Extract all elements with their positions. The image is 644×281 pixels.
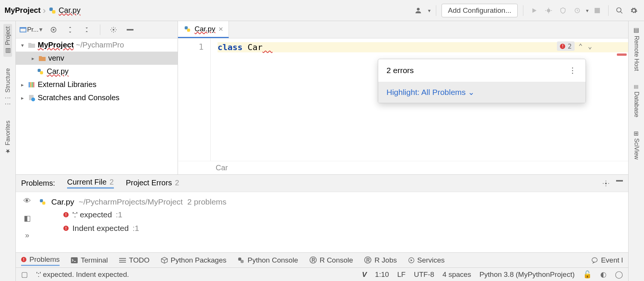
lock-icon[interactable]: 🔓 [583,270,592,279]
svg-rect-0 [49,8,53,11]
project-view-label: Pr... [27,26,38,34]
close-icon[interactable]: ✕ [218,26,223,33]
problem-item[interactable]: ! Indent expected :1 [38,221,628,235]
tree-venv[interactable]: ▸ venv [16,52,178,65]
error-stripe[interactable] [617,53,627,56]
inspection-popup: 2 errors ⋮ Highlight: All Problems ⌄ [378,59,586,103]
stop-icon[interactable] [592,5,603,16]
folder-icon: ▥ [4,47,11,55]
terminal-tool-tab[interactable]: Terminal [71,256,108,264]
project-tree[interactable]: ▾ MyProject ~/PycharmPro ▸ venv Car.py [16,38,178,174]
svg-rect-32 [241,260,244,263]
svg-point-2 [417,8,420,10]
error-count-pill[interactable]: !2 [557,41,575,51]
gear-icon[interactable] [628,5,639,16]
breadcrumb[interactable]: MyProject › Car.py [5,5,80,16]
chevron-right-icon[interactable]: ▸ [19,82,26,88]
vim-icon[interactable]: V [362,270,367,279]
r-console-tool-tab[interactable]: ⓇR Console [310,255,353,265]
debug-icon[interactable] [543,5,554,16]
tab-current-file[interactable]: Current File2 [67,178,114,189]
svg-point-10 [53,29,54,30]
svg-point-11 [113,29,115,31]
database-tool-tab[interactable]: ≣Database [632,82,641,120]
editor-breadcrumb[interactable]: Car [178,161,628,174]
code-area[interactable]: class Car !2 ⌃ ⌄ 2 errors ⋮ [210,38,628,161]
tree-scratches[interactable]: ▸ Scratches and Consoles [16,91,178,104]
svg-rect-28 [119,258,126,259]
play-circle-icon [408,257,414,263]
todo-tool-tab[interactable]: TODO [119,256,150,264]
problems-list[interactable]: Car.py ~/PycharmProjects/MyProject 2 pro… [38,192,628,252]
chevron-down-icon[interactable]: ▾ [428,8,431,14]
chevron-down-icon[interactable]: ▾ [586,8,589,14]
tab-project-errors[interactable]: Project Errors2 [126,179,179,188]
indent-setting[interactable]: 4 spaces [443,270,471,279]
problems-tool-tab[interactable]: !Problems [21,255,60,266]
svg-rect-31 [238,257,241,260]
layout-icon[interactable]: ◧ [24,214,31,223]
sciview-tool-tab[interactable]: ⊞SciView [632,129,641,162]
editor-area: Car.py ✕ 1 class Car !2 ⌃ [178,21,628,174]
error-marker [262,43,273,52]
project-tool-tab[interactable]: ▥Project [3,24,12,57]
expand-icon[interactable]: » [25,231,29,240]
next-error-icon[interactable]: ⌄ [586,42,593,50]
profile-icon[interactable] [572,5,583,16]
chevron-down-icon[interactable]: ▾ [19,42,26,48]
coverage-icon[interactable] [557,5,569,16]
favorites-tool-tab[interactable]: ★Favorites [3,118,12,157]
gutter: 1 [178,38,210,161]
collapse-all-icon[interactable] [81,24,92,35]
hide-icon[interactable] [124,24,136,35]
right-tool-strip: ▤Remote Host ≣Database ⊞SciView [628,21,644,281]
gear-icon[interactable] [108,24,119,35]
tree-external-libraries[interactable]: ▸ External Libraries [16,78,178,91]
hide-icon[interactable] [616,180,623,187]
users-icon[interactable] [414,5,425,16]
eye-icon[interactable]: 👁 [23,197,31,205]
library-icon [28,81,35,88]
line-separator[interactable]: LF [397,270,406,279]
search-icon[interactable] [614,5,625,16]
chevron-right-icon[interactable]: ▸ [29,55,36,61]
inspection-profile-icon[interactable]: ◐ [600,270,607,279]
crumb-item[interactable]: Car [216,163,228,172]
add-configuration-button[interactable]: Add Configuration... [442,4,518,17]
tool-windows-icon[interactable]: ▢ [21,270,28,279]
event-log-tool-tab[interactable]: Event l [591,256,623,264]
editor-body[interactable]: 1 class Car !2 ⌃ ⌄ [178,38,628,161]
problem-item[interactable]: ! ':' expected :1 [38,208,628,221]
highlight-dropdown[interactable]: Highlight: All Problems ⌄ [378,82,586,103]
memory-indicator-icon[interactable]: ◯ [615,270,623,279]
expand-all-icon[interactable] [64,24,76,35]
svg-rect-5 [595,8,600,13]
breadcrumb-project[interactable]: MyProject [5,6,41,15]
tree-file-car[interactable]: Car.py [16,65,178,78]
prev-error-icon[interactable]: ⌃ [577,42,584,50]
inspection-widget[interactable]: !2 ⌃ ⌄ [557,41,593,51]
chevron-right-icon[interactable]: ▸ [19,95,26,101]
python-packages-tool-tab[interactable]: Python Packages [161,256,227,264]
error-count: 2 [567,42,572,50]
python-console-tool-tab[interactable]: Python Console [238,256,298,264]
locate-icon[interactable] [48,24,59,35]
remote-host-tool-tab[interactable]: ▤Remote Host [632,24,641,73]
svg-point-34 [592,258,597,262]
services-tool-tab[interactable]: Services [408,256,445,264]
more-icon[interactable]: ⋮ [569,66,577,75]
structure-tool-tab[interactable]: ⋮⋮Structure [3,66,12,109]
breadcrumb-file[interactable]: Car.py [59,6,81,15]
python-interpreter[interactable]: Python 3.8 (MyPythonProject) [480,270,575,279]
r-jobs-tool-tab[interactable]: ⓇR Jobs [364,255,397,265]
gear-icon[interactable] [603,180,609,187]
editor-tab-car[interactable]: Car.py ✕ [178,21,229,38]
problems-file-header[interactable]: Car.py ~/PycharmProjects/MyProject 2 pro… [38,196,628,208]
run-icon[interactable] [529,5,540,16]
project-view-selector[interactable]: Pr...▾ [20,26,43,34]
identifier: Car [247,43,262,52]
file-encoding[interactable]: UTF-8 [414,270,434,279]
caret-position[interactable]: 1:10 [375,270,389,279]
svg-rect-24 [616,180,623,182]
tree-root[interactable]: ▾ MyProject ~/PycharmPro [16,38,178,52]
